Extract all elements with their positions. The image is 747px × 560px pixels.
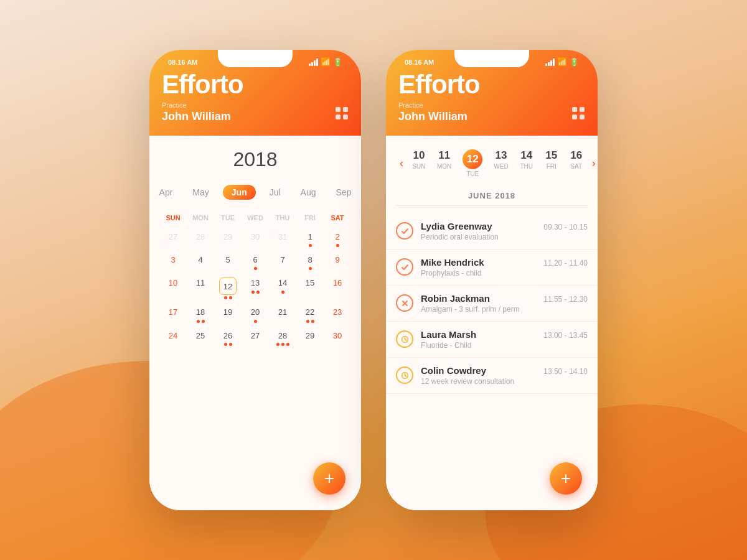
week-day-10[interactable]: 10 SUN bbox=[407, 146, 431, 181]
cal-day-11[interactable]: 11 bbox=[187, 275, 214, 304]
cal-body: 2728293031123456789101112131415161718192… bbox=[159, 229, 351, 351]
cal-day-9[interactable]: 9 bbox=[324, 252, 351, 275]
calendar-grid: SUN MON TUE WED THU FRI SAT 272829303112… bbox=[149, 212, 361, 351]
phone-schedule: 08.16 AM 📶 🔋 Efforto Practice John Willi… bbox=[386, 50, 598, 510]
day-header-fri: FRI bbox=[296, 212, 324, 224]
appointment-item[interactable]: Colin Cowdrey 12 week review consultatio… bbox=[386, 358, 598, 394]
month-apr[interactable]: Apr bbox=[153, 185, 179, 200]
appt-desc: 12 week review consultation bbox=[421, 377, 536, 386]
month-nav: ‹ Apr May Jun Jul Aug Sep › bbox=[149, 177, 361, 212]
cal-day-31[interactable]: 31 bbox=[269, 229, 296, 252]
appt-info: Lydia Greenway Periodic oral evaluation bbox=[421, 221, 536, 241]
cal-day-22[interactable]: 22 bbox=[296, 304, 324, 327]
appt-time: 09.30 - 10.15 bbox=[543, 221, 588, 231]
svg-rect-0 bbox=[336, 107, 341, 112]
cal-day-1[interactable]: 1 bbox=[296, 229, 324, 252]
status-icons-2: 📶 🔋 bbox=[545, 57, 579, 67]
cal-day-28[interactable]: 28 bbox=[187, 229, 214, 252]
appt-icon bbox=[396, 366, 413, 384]
cal-day-24[interactable]: 24 bbox=[159, 328, 187, 351]
week-nav: ‹ 10 SUN 11 MON 12 TUE 13 WED 14 THU 15 … bbox=[386, 136, 598, 186]
wifi-icon-2: 📶 bbox=[557, 57, 567, 67]
appt-desc: Periodic oral evaluation bbox=[421, 233, 536, 241]
cal-day-29[interactable]: 29 bbox=[214, 229, 242, 252]
appt-time: 13.50 - 14.10 bbox=[543, 365, 588, 376]
week-day-11[interactable]: 11 MON bbox=[432, 146, 456, 181]
cal-day-27[interactable]: 27 bbox=[242, 328, 269, 351]
svg-rect-4 bbox=[572, 107, 577, 112]
month-jun[interactable]: Jun bbox=[223, 185, 256, 200]
cal-day-23[interactable]: 23 bbox=[324, 304, 351, 327]
cal-day-27[interactable]: 27 bbox=[159, 229, 187, 252]
week-day-15[interactable]: 15 FRI bbox=[540, 146, 563, 181]
cal-day-4[interactable]: 4 bbox=[187, 252, 214, 275]
appointment-item[interactable]: Mike Hendrick Prophylaxis - child 11.20 … bbox=[386, 250, 598, 286]
add-fab-2[interactable]: + bbox=[550, 462, 582, 495]
prev-week-arrow[interactable]: ‹ bbox=[396, 154, 407, 172]
day-header-sun: SUN bbox=[159, 212, 187, 224]
appt-icon bbox=[396, 294, 413, 312]
svg-rect-1 bbox=[343, 107, 348, 112]
day-header-wed: WED bbox=[242, 212, 269, 224]
cal-day-30[interactable]: 30 bbox=[324, 328, 351, 351]
cal-day-2[interactable]: 2 bbox=[324, 229, 351, 252]
cal-day-21[interactable]: 21 bbox=[269, 304, 296, 327]
header-bottom: Practice John William bbox=[162, 101, 349, 123]
wifi-icon: 📶 bbox=[321, 57, 331, 67]
cal-day-5[interactable]: 5 bbox=[214, 252, 242, 275]
cal-day-7[interactable]: 7 bbox=[269, 252, 296, 275]
user-info-2: Practice John William bbox=[398, 101, 467, 123]
user-name-2: John William bbox=[398, 110, 467, 123]
battery-icon: 🔋 bbox=[333, 58, 342, 67]
cal-day-3[interactable]: 3 bbox=[159, 252, 187, 275]
status-icons: 📶 🔋 bbox=[309, 57, 342, 67]
signal-icon-2 bbox=[545, 58, 555, 66]
calendar-body: 2018 ‹ Apr May Jun Jul Aug Sep › SUN MON… bbox=[149, 136, 361, 510]
appt-name: Lydia Greenway bbox=[421, 221, 536, 231]
cal-day-17[interactable]: 17 bbox=[159, 304, 187, 327]
cal-day-26[interactable]: 26 bbox=[214, 328, 242, 351]
calendar-year: 2018 bbox=[149, 136, 361, 177]
appointment-list: Lydia Greenway Periodic oral evaluation … bbox=[386, 211, 598, 396]
appointment-item[interactable]: Laura Marsh Fluoride - Child 13.00 - 13.… bbox=[386, 322, 598, 358]
appointment-item[interactable]: Lydia Greenway Periodic oral evaluation … bbox=[386, 213, 598, 250]
cal-day-25[interactable]: 25 bbox=[187, 328, 214, 351]
month-jul[interactable]: Jul bbox=[263, 185, 287, 200]
week-day-16[interactable]: 16 SAT bbox=[565, 146, 588, 181]
cal-day-10[interactable]: 10 bbox=[159, 275, 187, 304]
week-day-13[interactable]: 13 WED bbox=[489, 146, 513, 181]
week-day-14[interactable]: 14 THU bbox=[515, 146, 538, 181]
cal-day-18[interactable]: 18 bbox=[187, 304, 214, 327]
month-may[interactable]: May bbox=[186, 185, 215, 200]
user-info: Practice John William bbox=[162, 101, 231, 123]
cal-day-13[interactable]: 13 bbox=[242, 275, 269, 304]
cal-day-8[interactable]: 8 bbox=[296, 252, 324, 275]
day-header-mon: MON bbox=[187, 212, 214, 224]
week-days: 10 SUN 11 MON 12 TUE 13 WED 14 THU 15 FR… bbox=[407, 146, 588, 181]
cal-day-19[interactable]: 19 bbox=[214, 304, 242, 327]
cal-day-20[interactable]: 20 bbox=[242, 304, 269, 327]
appt-icon bbox=[396, 258, 413, 276]
cal-day-16[interactable]: 16 bbox=[324, 275, 351, 304]
week-day-12[interactable]: 12 TUE bbox=[458, 146, 487, 181]
appt-name: Laura Marsh bbox=[421, 329, 536, 340]
cal-day-12[interactable]: 12 bbox=[214, 275, 242, 304]
practice-label: Practice bbox=[162, 101, 231, 109]
cal-day-14[interactable]: 14 bbox=[269, 275, 296, 304]
appt-name: Robin Jackman bbox=[421, 293, 536, 304]
cal-day-15[interactable]: 15 bbox=[296, 275, 324, 304]
next-week-arrow[interactable]: › bbox=[588, 154, 598, 172]
grid-icon-2[interactable] bbox=[571, 106, 585, 123]
schedule-body: ‹ 10 SUN 11 MON 12 TUE 13 WED 14 THU 15 … bbox=[386, 136, 598, 510]
cal-day-30[interactable]: 30 bbox=[242, 229, 269, 252]
cal-day-28[interactable]: 28 bbox=[269, 328, 296, 351]
cal-day-6[interactable]: 6 bbox=[242, 252, 269, 275]
month-sep[interactable]: Sep bbox=[330, 185, 358, 200]
appt-icon bbox=[396, 330, 413, 348]
grid-icon[interactable] bbox=[335, 106, 349, 123]
month-aug[interactable]: Aug bbox=[294, 185, 322, 200]
appointment-item[interactable]: Robin Jackman Amalgam - 3 surf. prim / p… bbox=[386, 286, 598, 322]
add-fab[interactable]: + bbox=[313, 462, 345, 495]
cal-day-29[interactable]: 29 bbox=[296, 328, 324, 351]
app-title-2: Efforto bbox=[398, 72, 585, 98]
